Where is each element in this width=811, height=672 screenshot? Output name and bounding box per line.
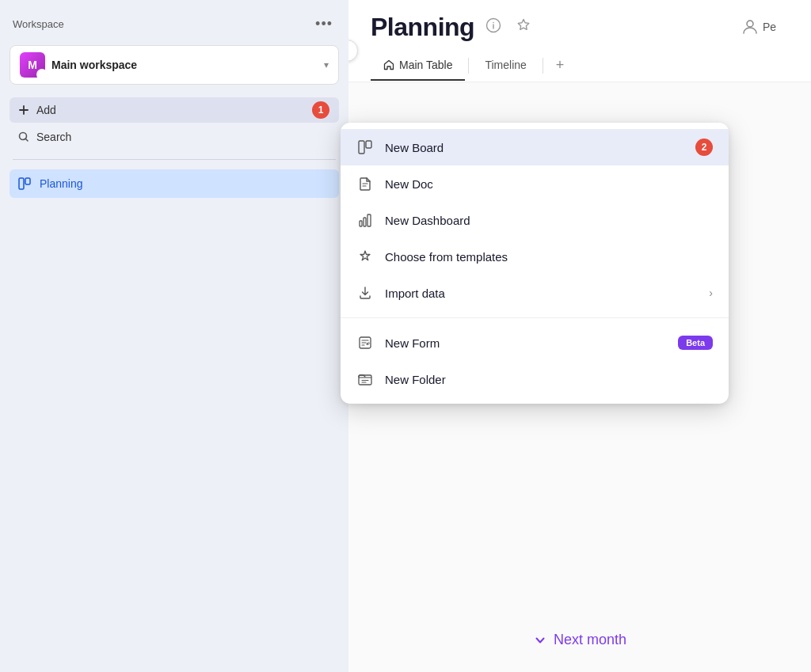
dropdown-divider — [341, 317, 729, 318]
tab-divider-2 — [543, 58, 543, 74]
sidebar-title: Workspace — [13, 18, 64, 30]
svg-rect-2 — [25, 178, 30, 184]
tab-add-button[interactable]: + — [546, 49, 574, 82]
sidebar-menu-button[interactable]: ••• — [312, 13, 336, 36]
plus-icon — [17, 104, 30, 116]
new-folder-label: New Folder — [385, 373, 713, 386]
tab-add-icon: + — [556, 57, 565, 73]
dropdown-item-new-dashboard[interactable]: New Dashboard — [341, 202, 729, 238]
tab-timeline[interactable]: Timeline — [472, 51, 539, 81]
workspace-letter: M — [28, 59, 37, 71]
search-button[interactable]: Search — [10, 124, 339, 150]
new-dashboard-label: New Dashboard — [385, 214, 713, 227]
person-area: Pe — [728, 11, 789, 43]
info-icon-button[interactable] — [482, 14, 504, 36]
chevron-down-icon — [533, 633, 547, 647]
badge-1: 1 — [312, 101, 329, 119]
person-icon — [741, 17, 760, 36]
next-month-label: Next month — [554, 632, 626, 648]
svg-point-5 — [747, 21, 753, 27]
main-header: Planning Pe — [348, 0, 811, 49]
add-button[interactable]: Add 1 — [10, 97, 339, 123]
new-form-label: New Form — [385, 336, 667, 350]
svg-rect-1 — [19, 178, 24, 189]
doc-icon — [356, 175, 374, 192]
dropdown-item-templates[interactable]: Choose from templates — [341, 238, 729, 275]
sidebar-item-planning[interactable]: Planning — [10, 169, 339, 198]
badge-2: 2 — [695, 139, 713, 156]
chevron-down-icon: ▾ — [324, 59, 329, 70]
workspace-name: Main workspace — [51, 59, 318, 71]
form-icon — [356, 334, 374, 351]
import-icon — [356, 284, 374, 302]
dropdown-item-new-board[interactable]: New Board 2 — [341, 129, 729, 165]
add-label: Add — [36, 104, 56, 116]
person-label: Pe — [763, 21, 776, 33]
new-doc-label: New Doc — [385, 177, 713, 191]
page-title-actions — [482, 14, 535, 40]
planning-label: Planning — [40, 177, 83, 190]
svg-rect-10 — [367, 215, 371, 226]
tabs-row: Main Table Timeline + — [348, 49, 811, 82]
add-dropdown-menu: New Board 2 New Doc New Dashboard — [341, 123, 729, 404]
import-label: Import data — [385, 287, 698, 300]
next-month-button[interactable]: Next month — [533, 632, 626, 648]
tab-divider — [468, 58, 469, 74]
page-title: Planning — [371, 13, 474, 42]
search-label: Search — [36, 131, 71, 143]
star-icon-button[interactable] — [512, 14, 535, 36]
workspace-avatar: M ⌂ — [20, 52, 45, 78]
home-icon — [383, 59, 394, 70]
templates-label: Choose from templates — [385, 250, 713, 264]
arrow-icon: › — [709, 287, 713, 299]
search-icon — [17, 131, 30, 143]
sidebar-actions: Add 1 Search — [0, 94, 348, 153]
dropdown-item-new-doc[interactable]: New Doc — [341, 165, 729, 202]
templates-icon — [356, 248, 374, 265]
svg-point-4 — [493, 22, 494, 24]
tab-timeline-label: Timeline — [485, 59, 526, 71]
dashboard-icon — [356, 211, 374, 229]
dropdown-item-import[interactable]: Import data › — [341, 275, 729, 311]
sidebar-header: Workspace ••• — [0, 0, 348, 42]
dropdown-item-new-form[interactable]: New Form Beta — [341, 325, 729, 361]
home-badge-icon: ⌂ — [36, 69, 48, 80]
sidebar-divider — [13, 159, 336, 160]
new-board-label: New Board — [385, 141, 713, 154]
workspace-selector[interactable]: M ⌂ Main workspace ▾ — [10, 45, 339, 85]
board-icon — [356, 139, 374, 156]
beta-badge: Beta — [678, 336, 713, 350]
dropdown-item-new-folder[interactable]: New Folder — [341, 361, 729, 397]
svg-rect-7 — [366, 141, 371, 148]
board-icon — [17, 177, 32, 191]
svg-rect-8 — [360, 221, 362, 226]
svg-rect-6 — [359, 141, 364, 154]
folder-icon — [356, 370, 374, 388]
sidebar-nav: Planning — [0, 166, 348, 201]
tab-main-table-label: Main Table — [399, 59, 452, 71]
tab-main-table[interactable]: Main Table — [371, 51, 465, 81]
sidebar: Workspace ••• M ⌂ Main workspace ▾ Add 1… — [0, 0, 348, 672]
svg-rect-9 — [364, 218, 366, 226]
